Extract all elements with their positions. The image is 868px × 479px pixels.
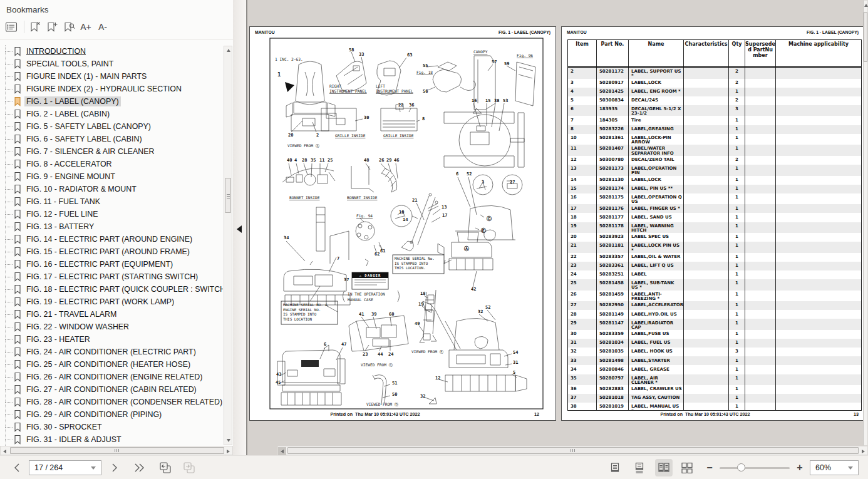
bookmark-item[interactable]: FIG. 23 - HEATER	[0, 333, 223, 346]
table-cell	[776, 134, 861, 145]
diagram-note-text: THIS LOCATION.	[395, 266, 426, 270]
bookmark-item[interactable]: FIG. 28 - AIR CONDITIONER (CONDENSER REL…	[0, 396, 223, 408]
bookmark-item[interactable]: FIG. 18 - ELECTRIC PART (QUICK COUPLER :…	[0, 283, 223, 296]
bookmark-item[interactable]: FIG. 10 - RADIATOR & MOUNT	[0, 183, 223, 195]
scroll-left-arrow[interactable]	[278, 447, 286, 455]
bookmark-item[interactable]: FIG. 1 - LABEL (CANOPY)	[0, 95, 223, 108]
tree-connector	[5, 189, 13, 190]
bookmark-item[interactable]: FIGURE INDEX (1) - MAIN PARTS	[0, 70, 223, 83]
bookmark-item[interactable]: FIG. 30 - SPROCKET	[0, 421, 223, 433]
table-cell: 11	[568, 145, 597, 156]
bookmark-icon	[14, 159, 21, 169]
bookmark-item[interactable]: FIG. 13 - BATTERY	[0, 220, 223, 233]
bookmark-item[interactable]: FIG. 9 - ENGINE MOUNT	[0, 170, 223, 183]
last-page-icon[interactable]	[132, 463, 148, 473]
table-header-cell: Superseded PartNumber	[745, 40, 776, 66]
tree-connector	[5, 89, 13, 90]
bookmark-icon	[14, 147, 21, 157]
table-cell	[745, 176, 776, 185]
scroll-left-arrow[interactable]	[1, 447, 9, 455]
diagram-label: Fig. 94	[356, 214, 373, 219]
next-page-icon[interactable]	[108, 463, 121, 473]
bookmark-item[interactable]: FIG. 31 - IDLER & ADJUST	[0, 433, 223, 446]
diagram-note-text: IS STAMPED INTO	[395, 262, 428, 265]
bookmark-item[interactable]: FIG. 26 - AIR CONDITIONER (ENGINE RELATE…	[0, 371, 223, 383]
scrollbar-thumb[interactable]	[225, 178, 231, 213]
continuous-view-icon[interactable]	[631, 459, 648, 476]
table-cell: 18	[568, 213, 597, 222]
scroll-right-arrow[interactable]	[224, 447, 232, 455]
table-cell	[684, 403, 729, 410]
document-horizontal-scrollbar[interactable]	[277, 446, 868, 455]
bookmarks-vertical-scrollbar[interactable]	[224, 46, 232, 445]
table-row: 450281425LABEL, ENG ROOM *1	[568, 88, 861, 96]
scroll-up-arrow[interactable]	[862, 1, 868, 9]
bookmark-item[interactable]: FIG. 24 - AIR CONDITIONER (ELECTRIC PART…	[0, 346, 223, 358]
diagram-callout: 61	[380, 249, 385, 254]
scrollbar-thumb[interactable]	[287, 447, 859, 454]
table-cell: 23	[568, 262, 597, 270]
bookmark-item[interactable]: FIG. 29 - AIR CONDITIONER (PIPING)	[0, 408, 223, 421]
panel-resize-strip[interactable]	[233, 0, 247, 455]
bookmark-item[interactable]: FIG. 16 - ELECTRIC PART (EQUIPMENT)	[0, 258, 223, 270]
bookmark-item[interactable]: FIGURE INDEX (2) - HYDRAULIC SECTION	[0, 83, 223, 95]
zoom-slider-thumb[interactable]	[737, 463, 745, 471]
bookmark-item[interactable]: FIG. 19 - ELECTRIC PART (WORK LAMP)	[0, 296, 223, 308]
next-view-icon[interactable]	[180, 461, 198, 475]
previous-page-icon[interactable]	[10, 463, 24, 473]
bookmark-label: FIG. 9 - ENGINE MOUNT	[24, 172, 117, 182]
add-bookmark-icon[interactable]	[44, 19, 59, 34]
bookmark-label: FIG. 25 - AIR CONDITIONER (HEATER HOSE)	[24, 359, 192, 369]
bookmark-item[interactable]: INTRODUCTION	[0, 45, 223, 58]
bookmark-item[interactable]: FIG. 22 - WINDOW WASHER	[0, 321, 223, 333]
bookmark-item[interactable]: FIG. 14 - ELECTRIC PART (AROUND ENGINE)	[0, 233, 223, 245]
single-page-view-icon[interactable]	[606, 459, 624, 476]
bookmark-item[interactable]: SPECIAL TOOLS, PAINT	[0, 58, 223, 70]
bookmark-item[interactable]: FIG. 8 - ACCELERATOR	[0, 158, 223, 170]
two-page-continuous-view-icon[interactable]	[678, 459, 696, 476]
table-cell: 1	[729, 204, 745, 213]
collapse-panel-icon[interactable]	[237, 225, 242, 233]
bookmark-item[interactable]: FIG. 7 - SILENCER & AIR CLEANER	[0, 145, 223, 158]
decrease-text-size-icon[interactable]: A-	[95, 19, 110, 34]
bookmark-item[interactable]: FIG. 6 - SAFETY LABEL (CABIN)	[0, 133, 223, 145]
table-cell: 1	[729, 365, 745, 374]
delete-bookmark-icon[interactable]	[28, 19, 43, 34]
zoom-out-icon[interactable]: −	[705, 463, 715, 473]
zoom-slider[interactable]	[720, 467, 790, 469]
bookmark-item[interactable]: FIG. 27 - AIR CONDITIONER (CABIN RELATED…	[0, 383, 223, 396]
scrollbar-thumb[interactable]	[864, 12, 867, 62]
chevron-down-icon[interactable]	[848, 466, 853, 470]
bookmark-item[interactable]: FIG. 11 - FUEL TANK	[0, 195, 223, 208]
table-cell	[776, 233, 861, 242]
document-vertical-scrollbar[interactable]	[863, 0, 868, 446]
increase-text-size-icon[interactable]: A+	[78, 19, 93, 34]
find-bookmark-icon[interactable]	[61, 19, 76, 34]
bookmark-item[interactable]: FIG. 15 - ELECTRIC PART (AROUND FRAME)	[0, 245, 223, 258]
document-area: MANITOU FIG. 1 - LABEL (CANOPY)	[247, 0, 868, 455]
table-cell	[745, 88, 776, 96]
diagram-callout: 53	[503, 98, 508, 103]
page-number-input[interactable]: 17 / 264	[29, 460, 101, 475]
bookmark-item[interactable]: FIG. 12 - FUEL LINE	[0, 208, 223, 220]
tree-connector	[5, 389, 13, 390]
bookmark-item[interactable]: FIG. 21 - TRAVEL ALARM	[0, 308, 223, 321]
two-page-view-icon[interactable]	[655, 459, 673, 476]
zoom-in-icon[interactable]: +	[795, 463, 805, 473]
decrease-text-size-label: A-	[98, 22, 107, 32]
bookmark-panel-list-icon[interactable]	[4, 19, 19, 34]
zoom-level-select[interactable]: 60%	[810, 460, 859, 475]
bookmark-item[interactable]: FIG. 17 - ELECTRIC PART (STARTING SWITCH…	[0, 270, 223, 283]
scroll-down-arrow[interactable]	[224, 436, 232, 445]
diagram-callout: 12	[435, 376, 440, 381]
scroll-up-arrow[interactable]	[224, 46, 232, 54]
previous-view-icon[interactable]	[157, 461, 174, 475]
bookmark-item[interactable]: FIG. 5 - SAFETY LABEL (CANOPY)	[0, 120, 223, 133]
scroll-right-arrow[interactable]	[859, 447, 867, 455]
table-cell	[776, 242, 861, 253]
bookmark-item[interactable]: FIG. 25 - AIR CONDITIONER (HEATER HOSE)	[0, 358, 223, 371]
bookmark-item[interactable]: FIG. 2 - LABEL (CABIN)	[0, 108, 223, 120]
chevron-down-icon[interactable]	[91, 466, 96, 470]
bookmarks-horizontal-scrollbar[interactable]	[0, 446, 233, 455]
scrollbar-thumb[interactable]	[10, 447, 224, 454]
